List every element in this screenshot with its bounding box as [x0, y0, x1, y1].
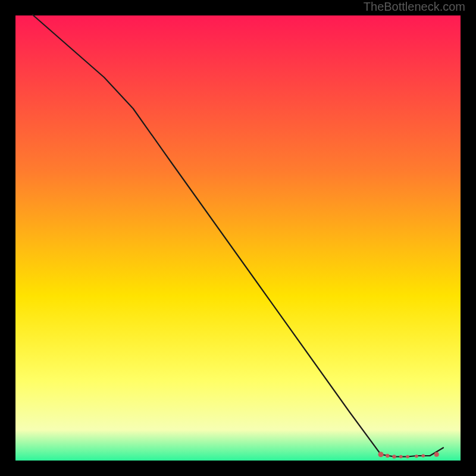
- svg-rect-1: [15, 15, 461, 461]
- svg-point-10: [434, 452, 439, 457]
- svg-point-8: [415, 455, 418, 458]
- svg-point-5: [392, 455, 396, 458]
- attribution-text: TheBottleneck.com: [364, 0, 465, 14]
- svg-point-6: [399, 455, 403, 459]
- svg-point-3: [378, 452, 384, 457]
- chart-container: TheBottleneck.com: [0, 0, 476, 476]
- svg-point-4: [386, 454, 389, 458]
- svg-point-7: [406, 455, 409, 459]
- svg-point-9: [421, 454, 425, 458]
- bottleneck-chart: [0, 0, 476, 476]
